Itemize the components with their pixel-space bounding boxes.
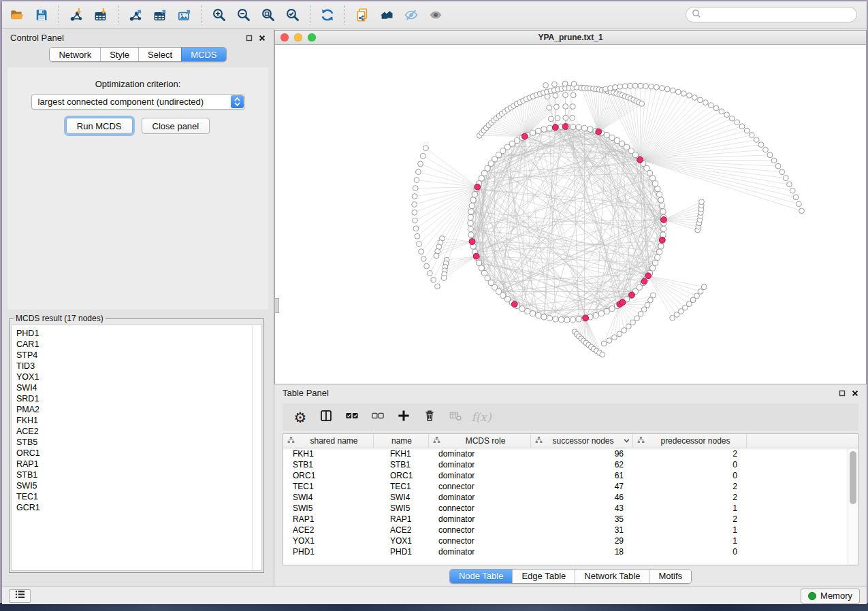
float-panel-icon[interactable] <box>246 35 253 42</box>
export-table-button[interactable] <box>148 4 172 26</box>
cell-shared_name: PHD1 <box>283 547 374 557</box>
export-image-icon <box>177 7 192 22</box>
home-button[interactable] <box>374 4 399 26</box>
table-row[interactable]: ACE2ACE2connector311 <box>283 525 858 535</box>
mcds-result-item[interactable]: TID3 <box>16 361 261 371</box>
table-row[interactable]: FKH1FKH1dominator962 <box>283 448 858 459</box>
cell-name: PHD1 <box>374 547 429 557</box>
search-box[interactable] <box>686 7 857 22</box>
export-network-button[interactable] <box>123 4 148 26</box>
show-neighbors-button[interactable] <box>423 4 448 26</box>
mcds-result-item[interactable]: TEC1 <box>16 491 261 502</box>
zoom-fit-button[interactable] <box>256 4 280 26</box>
cell-predecessor_nodes: 1 <box>633 525 747 535</box>
cell-mcds_role: connector <box>429 525 531 535</box>
mcds-result-item[interactable]: ACE2 <box>16 426 261 437</box>
export-image-button[interactable] <box>172 4 197 26</box>
memory-button[interactable]: Memory <box>801 589 860 604</box>
table-row[interactable]: SWI5SWI5connector431 <box>283 503 858 514</box>
tab-motifs[interactable]: Motifs <box>649 569 691 583</box>
mcds-result-item[interactable]: GCR1 <box>16 502 261 513</box>
table-row[interactable]: TEC1TEC1connector472 <box>283 481 858 492</box>
mcds-result-item[interactable]: STB1 <box>16 469 261 480</box>
table-row[interactable]: STB1STB1dominator620 <box>283 459 858 470</box>
table-row[interactable]: ORC1ORC1dominator610 <box>283 470 858 481</box>
run-mcds-button[interactable]: Run MCDS <box>66 118 133 134</box>
hierarchy-icon <box>287 436 295 446</box>
cell-shared_name: RAP1 <box>283 514 374 524</box>
delete-column-button[interactable] <box>420 407 439 427</box>
share-network-file-button[interactable] <box>350 4 374 26</box>
cell-shared_name: ACE2 <box>283 525 374 535</box>
table-scrollbar-thumb[interactable] <box>850 451 856 504</box>
table-scrollbar[interactable] <box>848 448 858 565</box>
tab-edge-table[interactable]: Edge Table <box>512 569 575 583</box>
close-table-panel-icon[interactable] <box>852 390 858 397</box>
zoom-in-button[interactable] <box>207 4 231 26</box>
table-row[interactable]: SWI4SWI4dominator462 <box>283 492 858 503</box>
tab-mcds[interactable]: MCDS <box>181 48 225 61</box>
search-icon <box>692 9 701 21</box>
import-network-button[interactable] <box>64 4 89 26</box>
float-table-panel-icon[interactable] <box>839 390 846 397</box>
table-row[interactable]: RAP1RAP1dominator352 <box>283 514 858 525</box>
mcds-result-item[interactable]: CAR1 <box>16 339 261 350</box>
cell-successor_nodes: 46 <box>531 493 633 502</box>
tab-style[interactable]: Style <box>100 48 138 61</box>
control-panel: Control Panel NetworkStyleSelectMCDS Opt… <box>2 29 274 587</box>
mcds-result-list[interactable]: PHD1CAR1STP4TID3YOX1SWI4SRD1PMA2FKH1ACE2… <box>11 325 262 571</box>
column-header-predecessor-nodes[interactable]: predecessor nodes <box>633 434 747 448</box>
network-window-titlebar[interactable]: YPA_prune.txt_1 <box>275 31 866 45</box>
tab-network[interactable]: Network <box>50 48 100 61</box>
table-panel: Table Panel ⚙f(x) shared namenameMCDS ro… <box>274 384 867 587</box>
hide-neighbors-button[interactable] <box>399 4 423 26</box>
column-header-name[interactable]: name <box>374 434 429 448</box>
mcds-result-item[interactable]: FKH1 <box>16 415 261 426</box>
mcds-result-item[interactable]: YOX1 <box>16 371 261 382</box>
table-toolbar: ⚙f(x) <box>283 403 858 431</box>
zoom-selected-button[interactable] <box>280 4 305 26</box>
network-canvas[interactable] <box>275 45 866 384</box>
close-panel-icon[interactable] <box>259 35 266 42</box>
column-header-successor-nodes[interactable]: successor nodes <box>531 434 633 448</box>
mcds-result-item[interactable]: STP4 <box>16 350 261 361</box>
table-row[interactable]: PHD1PHD1dominator180 <box>283 546 858 557</box>
mcds-result-item[interactable]: SWI5 <box>16 480 261 491</box>
toggle-columns-icon <box>319 409 333 425</box>
refresh-button[interactable] <box>315 4 340 26</box>
select-all-rows-icon <box>345 409 359 425</box>
show-neighbors-icon <box>428 7 443 22</box>
table-row[interactable]: YOX1YOX1connector291 <box>283 535 858 546</box>
tab-node-table[interactable]: Node Table <box>450 569 513 583</box>
task-history-button[interactable] <box>9 589 31 603</box>
deselect-all-rows-button[interactable] <box>368 407 387 427</box>
mcds-result-item[interactable]: SWI4 <box>16 382 261 393</box>
cell-successor_nodes: 96 <box>531 449 633 459</box>
cell-shared_name: TEC1 <box>283 482 374 491</box>
mcds-result-item[interactable]: PMA2 <box>16 404 261 415</box>
tab-network-table[interactable]: Network Table <box>575 569 649 583</box>
gear-icon: ⚙ <box>294 410 307 425</box>
mcds-result-item[interactable]: ORC1 <box>16 448 261 459</box>
open-button[interactable] <box>5 4 29 26</box>
zoom-out-button[interactable] <box>231 4 256 26</box>
select-all-rows-button[interactable] <box>342 407 361 427</box>
import-table-button[interactable] <box>89 4 113 26</box>
column-header-MCDS-role[interactable]: MCDS role <box>429 434 531 448</box>
close-panel-button[interactable]: Close panel <box>142 118 210 134</box>
criterion-select[interactable]: largest connected component (undirected) <box>31 94 245 110</box>
toggle-columns-button[interactable] <box>317 407 336 427</box>
mcds-result-item[interactable]: PHD1 <box>16 328 261 339</box>
mcds-result-item[interactable]: SRD1 <box>16 393 261 404</box>
mcds-result-item[interactable]: RAP1 <box>16 459 261 469</box>
tab-select[interactable]: Select <box>138 48 181 61</box>
cell-name: YOX1 <box>374 536 429 546</box>
save-button[interactable] <box>29 4 54 26</box>
network-nodes[interactable] <box>412 81 805 357</box>
column-header-shared-name[interactable]: shared name <box>283 434 374 448</box>
search-input[interactable] <box>705 9 856 21</box>
table-settings-button[interactable]: ⚙ <box>291 407 310 427</box>
add-column-button[interactable] <box>394 407 413 427</box>
mcds-result-item[interactable]: STB5 <box>16 437 261 448</box>
splitter-handle[interactable] <box>274 298 279 313</box>
